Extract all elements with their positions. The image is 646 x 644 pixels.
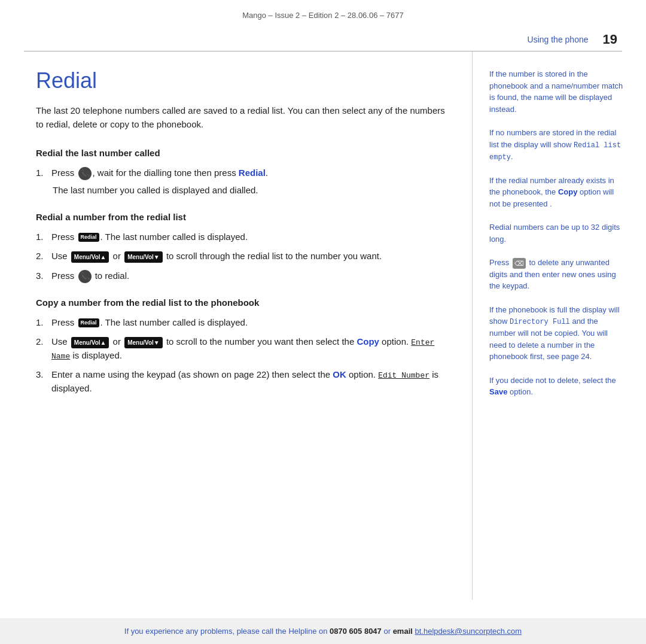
subsection-1: Redial the last number called 1. Press 📞… [36, 148, 448, 198]
redial-empty-display: Redial list empty [489, 141, 621, 162]
phone-icon: 📞 [78, 270, 92, 283]
page-header: Mango – Issue 2 – Edition 2 – 28.06.06 –… [0, 0, 646, 26]
subsection-2: Redial a number from the redial list 1. … [36, 212, 448, 283]
footer: If you experience any problems, please c… [0, 618, 646, 644]
step-body: Press Redial. The last number called is … [51, 230, 448, 244]
redial-btn: Redial [78, 233, 99, 242]
left-column: Redial The last 20 telephone numbers cal… [0, 51, 473, 600]
redial-label: Redial [239, 168, 266, 178]
right-column: If the number is stored in the phonebook… [473, 51, 646, 600]
footer-text: If you experience any problems, please c… [124, 627, 522, 636]
main-layout: Redial The last 20 telephone numbers cal… [0, 51, 646, 600]
subsection-2-heading: Redial a number from the redial list [36, 212, 448, 222]
helpdesk-email[interactable]: bt.helpdesk@suncorptech.com [415, 627, 522, 636]
steps-list-2: 1. Press Redial. The last number called … [36, 230, 448, 283]
step-body: Press 📞, wait for the dialling tone then… [51, 166, 448, 198]
edit-number-display: Edit Number [378, 371, 429, 380]
menu-vol-btn2: Menu/Vol▼ [124, 251, 163, 263]
step-3-3: 3. Enter a name using the keypad (as sho… [36, 368, 448, 395]
step-num: 2. [36, 250, 51, 263]
step-sub: The last number you called is displayed … [51, 184, 448, 198]
step-body: Use Menu/Vol▲ or Menu/Vol▼ to scroll thr… [51, 250, 448, 263]
menu-vol-btn: Menu/Vol▲ [71, 251, 109, 263]
directory-full-display: Directory Full [510, 318, 570, 326]
step-num: 1. [36, 230, 51, 244]
right-note-5: Press ⌫ to delete any unwanted digits an… [489, 257, 624, 292]
step-num: 1. [36, 316, 51, 330]
right-note-4: Redial numbers can be up to 32 digits lo… [489, 221, 624, 245]
phone-icon: 📞 [78, 167, 92, 180]
menu-vol-btn2: Menu/Vol▼ [124, 337, 163, 348]
right-note-7: If you decide not to delete, select the … [489, 375, 624, 398]
right-note-3: If the redial number already exists in t… [489, 175, 624, 210]
step-3-1: 1. Press Redial. The last number called … [36, 316, 448, 330]
step-num: 3. [36, 368, 51, 382]
helpline-number: 0870 605 8047 [330, 627, 382, 636]
delete-btn-icon: ⌫ [513, 258, 526, 269]
subsection-3: Copy a number from the redial list to th… [36, 297, 448, 396]
step-2-1: 1. Press Redial. The last number called … [36, 230, 448, 244]
step-3-2: 2. Use Menu/Vol▲ or Menu/Vol▼ to scroll … [36, 335, 448, 362]
step-body: Use Menu/Vol▲ or Menu/Vol▼ to scroll to … [51, 335, 448, 362]
step-body: Press 📞 to redial. [51, 269, 448, 283]
header-title: Mango – Issue 2 – Edition 2 – 28.06.06 –… [242, 11, 404, 20]
step-body: Enter a name using the keypad (as shown … [51, 368, 448, 395]
section-label: Using the phone [528, 35, 589, 44]
step-2-3: 3. Press 📞 to redial. [36, 269, 448, 283]
step-num: 3. [36, 269, 51, 283]
right-note-6: If the phonebook is full the display wil… [489, 304, 624, 363]
save-ref: Save [489, 387, 507, 396]
page-number: 19 [603, 32, 617, 47]
steps-list-3: 1. Press Redial. The last number called … [36, 316, 448, 396]
step-body: Press Redial. The last number called is … [51, 316, 448, 330]
subsection-3-heading: Copy a number from the redial list to th… [36, 297, 448, 308]
step-1-1: 1. Press 📞, wait for the dialling tone t… [36, 166, 448, 198]
section-title: Redial [36, 68, 448, 93]
intro-text: The last 20 telephone numbers called are… [36, 104, 448, 131]
step-2-2: 2. Use Menu/Vol▲ or Menu/Vol▼ to scroll … [36, 250, 448, 263]
redial-btn: Redial [78, 318, 99, 328]
step-num: 1. [36, 166, 51, 180]
subsection-1-heading: Redial the last number called [36, 148, 448, 158]
email-label: email [393, 627, 413, 636]
top-right-area: Using the phone 19 [0, 26, 646, 51]
copy-label: Copy [356, 336, 379, 347]
ok-label: OK [333, 369, 346, 379]
steps-list-1: 1. Press 📞, wait for the dialling tone t… [36, 166, 448, 198]
step-num: 2. [36, 335, 51, 349]
menu-vol-btn: Menu/Vol▲ [71, 337, 109, 348]
right-note-1: If the number is stored in the phonebook… [489, 68, 624, 115]
right-note-2: If no numbers are stored in the redial l… [489, 127, 624, 163]
copy-ref: Copy [558, 187, 578, 196]
